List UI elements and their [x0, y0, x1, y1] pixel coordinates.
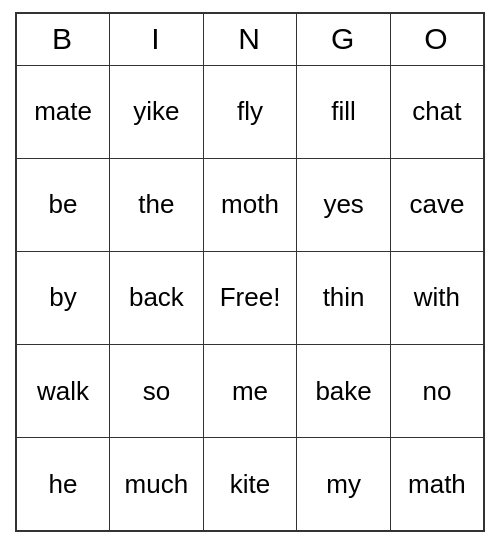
- bingo-card: BINGO mateyikeflyfillchatbethemothyescav…: [15, 12, 485, 532]
- bingo-cell-r1-c4: cave: [390, 158, 484, 251]
- bingo-header: BINGO: [16, 13, 484, 65]
- bingo-cell-r4-c4: math: [390, 438, 484, 531]
- bingo-row-4: hemuchkitemymath: [16, 438, 484, 531]
- bingo-cell-r4-c1: much: [110, 438, 204, 531]
- bingo-cell-r4-c0: he: [16, 438, 110, 531]
- bingo-cell-r3-c1: so: [110, 345, 204, 438]
- bingo-cell-r0-c3: fill: [297, 65, 391, 158]
- bingo-cell-r2-c1: back: [110, 251, 204, 344]
- bingo-row-3: walksomebakeno: [16, 345, 484, 438]
- header-cell-n: N: [203, 13, 297, 65]
- bingo-cell-r4-c3: my: [297, 438, 391, 531]
- bingo-cell-r1-c1: the: [110, 158, 204, 251]
- bingo-row-2: bybackFree!thinwith: [16, 251, 484, 344]
- bingo-cell-r2-c0: by: [16, 251, 110, 344]
- bingo-cell-r0-c4: chat: [390, 65, 484, 158]
- bingo-cell-r3-c2: me: [203, 345, 297, 438]
- bingo-cell-r0-c1: yike: [110, 65, 204, 158]
- bingo-cell-r1-c0: be: [16, 158, 110, 251]
- header-cell-i: I: [110, 13, 204, 65]
- bingo-cell-r3-c0: walk: [16, 345, 110, 438]
- bingo-cell-r1-c3: yes: [297, 158, 391, 251]
- bingo-cell-r2-c4: with: [390, 251, 484, 344]
- header-cell-g: G: [297, 13, 391, 65]
- bingo-cell-r1-c2: moth: [203, 158, 297, 251]
- header-cell-o: O: [390, 13, 484, 65]
- bingo-cell-r2-c3: thin: [297, 251, 391, 344]
- bingo-cell-r0-c2: fly: [203, 65, 297, 158]
- bingo-cell-r3-c3: bake: [297, 345, 391, 438]
- bingo-row-0: mateyikeflyfillchat: [16, 65, 484, 158]
- bingo-cell-r2-c2: Free!: [203, 251, 297, 344]
- bingo-cell-r0-c0: mate: [16, 65, 110, 158]
- bingo-cell-r4-c2: kite: [203, 438, 297, 531]
- bingo-row-1: bethemothyescave: [16, 158, 484, 251]
- header-cell-b: B: [16, 13, 110, 65]
- bingo-body: mateyikeflyfillchatbethemothyescavebybac…: [16, 65, 484, 531]
- bingo-cell-r3-c4: no: [390, 345, 484, 438]
